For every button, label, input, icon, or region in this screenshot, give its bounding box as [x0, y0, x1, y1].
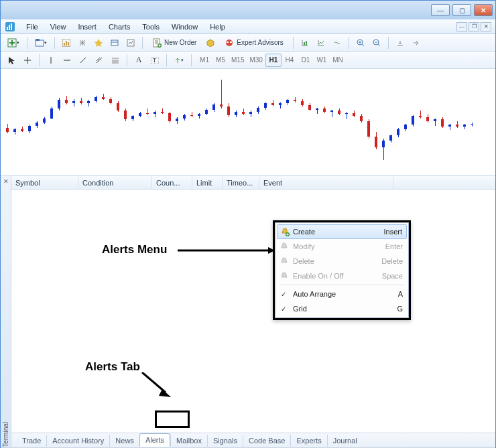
menu-help[interactable]: Help [204, 21, 231, 33]
terminal-panel: ✕ Terminal SymbolConditionCoun...LimitTi… [1, 176, 495, 447]
menu-view[interactable]: View [45, 21, 72, 33]
crosshair-button[interactable] [21, 54, 34, 67]
svg-rect-20 [304, 42, 305, 46]
terminal-left-strip: Terminal [1, 176, 11, 447]
timeframe-m15[interactable]: M15 [229, 54, 247, 67]
text-button[interactable]: A [132, 54, 145, 67]
indicator-2-button[interactable] [314, 36, 328, 50]
svg-marker-28 [268, 247, 275, 254]
profiles-button[interactable]: ▾ [32, 36, 50, 50]
mdi-close-button[interactable]: ✕ [481, 22, 491, 31]
terminal-button[interactable] [108, 36, 121, 50]
highlight-box-alerts-tab [155, 410, 190, 428]
mdi-minimize-button[interactable]: — [456, 22, 467, 31]
menu-window[interactable]: Window [166, 21, 203, 33]
ctx-auto-arrange[interactable]: Auto ArrangeA [277, 287, 407, 301]
terminal-label: Terminal [2, 418, 9, 447]
tab-alerts[interactable]: Alerts [139, 433, 170, 447]
arrows-button[interactable]: ▾ [172, 54, 186, 67]
zoom-out-button[interactable] [370, 36, 383, 50]
expert-advisors-icon [225, 38, 234, 48]
bell-icon [280, 227, 290, 236]
alerts-context-menu: CreateInsertModifyEnterDeleteDeleteEnabl… [273, 220, 411, 320]
timeframe-m1[interactable]: M1 [196, 54, 212, 67]
timeframe-d1[interactable]: D1 [298, 54, 314, 67]
column-header[interactable]: Symbol [11, 176, 78, 189]
annotation-alerts-tab: Alerts Tab [85, 360, 140, 374]
arrow-to-tab [139, 372, 172, 399]
menu-tools[interactable]: Tools [137, 21, 165, 33]
strategy-tester-button[interactable] [124, 36, 137, 50]
tab-news[interactable]: News [109, 435, 139, 447]
menu-charts[interactable]: Charts [103, 21, 135, 33]
new-chart-button[interactable]: ▾ [5, 36, 22, 50]
svg-marker-16 [207, 40, 214, 47]
new-order-button[interactable]: New Order [147, 36, 201, 50]
metaeditor-button[interactable] [204, 36, 217, 50]
tab-journal[interactable]: Journal [327, 435, 363, 447]
svg-rect-5 [36, 40, 44, 46]
navigator-button[interactable] [92, 36, 105, 50]
equidistant-button[interactable] [92, 54, 106, 67]
timeframe-mn[interactable]: MN [330, 54, 346, 67]
expert-advisors-button[interactable]: Expert Advisors [220, 36, 288, 50]
data-window-button[interactable] [76, 36, 89, 50]
tab-experts[interactable]: Experts [290, 435, 326, 447]
svg-rect-1 [7, 27, 8, 30]
svg-marker-30 [159, 389, 171, 397]
menu-insert[interactable]: Insert [72, 21, 102, 33]
timeframe-h4[interactable]: H4 [282, 54, 298, 67]
window-maximize-button[interactable]: ▢ [452, 4, 471, 16]
fibonacci-button[interactable] [109, 54, 122, 67]
ctx-create[interactable]: CreateInsert [277, 224, 407, 239]
terminal-tabs: TradeAccount HistoryNewsAlertsMailboxSig… [11, 433, 495, 447]
arrow-to-menu [178, 247, 275, 254]
alerts-grid-body[interactable]: CreateInsertModifyEnterDeleteDeleteEnabl… [11, 190, 495, 433]
timeframe-m30[interactable]: M30 [247, 54, 265, 67]
ctx-grid[interactable]: GridG [277, 301, 407, 316]
svg-text:T: T [153, 58, 156, 64]
ctx-modify: ModifyEnter [277, 239, 407, 254]
new-order-icon [152, 38, 162, 48]
text-label-button[interactable]: T [148, 54, 162, 67]
timeframe-w1[interactable]: W1 [314, 54, 330, 67]
toolbar-drawing: A T ▾ M1M5M15M30H1H4D1W1MN [1, 52, 495, 69]
cursor-button[interactable] [5, 54, 18, 67]
vertical-line-button[interactable] [44, 54, 58, 67]
chart-shift-button[interactable] [393, 36, 407, 50]
toolbar-main: ▾ ▾ New Order Expert Advisors [1, 34, 495, 52]
column-header[interactable]: Condition [78, 176, 152, 189]
tab-account-history[interactable]: Account History [46, 435, 109, 447]
column-header[interactable]: Coun... [152, 176, 192, 189]
column-header[interactable]: Limit [192, 176, 223, 189]
tab-signals[interactable]: Signals [207, 435, 243, 447]
column-header[interactable]: Timeo... [223, 176, 259, 189]
timeframe-h1[interactable]: H1 [265, 54, 282, 67]
svg-rect-10 [68, 42, 69, 46]
chart-area[interactable] [1, 69, 495, 176]
tab-trade[interactable]: Trade [17, 435, 46, 447]
mdi-restore-button[interactable]: ❐ [469, 22, 479, 31]
tab-mailbox[interactable]: Mailbox [170, 435, 207, 447]
column-header[interactable]: Event [259, 176, 393, 189]
market-watch-button[interactable] [60, 36, 73, 50]
svg-rect-11 [111, 40, 118, 46]
trendline-button[interactable] [76, 54, 90, 67]
indicator-1-button[interactable] [298, 36, 312, 50]
svg-rect-18 [227, 42, 229, 43]
expert-advisors-label: Expert Advisors [237, 39, 283, 46]
svg-rect-19 [230, 42, 232, 43]
zoom-in-button[interactable] [354, 36, 367, 50]
window-minimize-button[interactable]: — [431, 4, 450, 16]
auto-scroll-button[interactable] [410, 36, 423, 50]
app-icon [5, 21, 15, 32]
timeframe-m5[interactable]: M5 [212, 54, 229, 67]
horizontal-line-button[interactable] [60, 54, 74, 67]
menu-file[interactable]: File [21, 21, 44, 33]
app-window: — ▢ ✕ File View Insert Charts Tools Wind… [0, 0, 496, 448]
titlebar: — ▢ ✕ [1, 1, 495, 19]
indicator-3-button[interactable] [330, 36, 344, 50]
terminal-close-button[interactable]: ✕ [2, 177, 10, 185]
tab-code-base[interactable]: Code Base [243, 435, 290, 447]
window-close-button[interactable]: ✕ [474, 4, 493, 16]
